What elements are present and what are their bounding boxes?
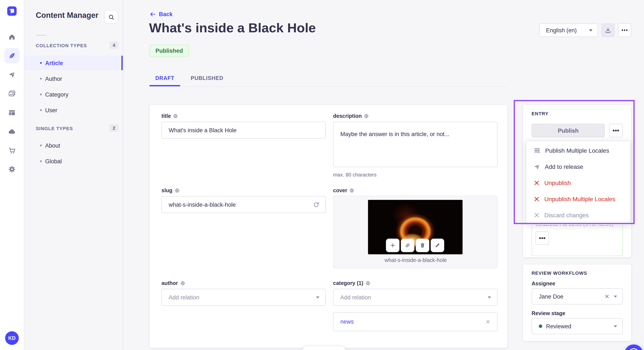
header-more-button[interactable] bbox=[618, 23, 631, 37]
globe-icon bbox=[174, 188, 180, 193]
single-types-count: 2 bbox=[110, 124, 118, 132]
cross-icon bbox=[534, 196, 540, 202]
sidebar-item-article[interactable]: Article bbox=[24, 56, 123, 70]
back-arrow-icon bbox=[150, 11, 156, 17]
category-relation-item[interactable]: news bbox=[333, 312, 498, 331]
avatar[interactable]: KD bbox=[5, 331, 19, 345]
sidebar-item-user[interactable]: User bbox=[24, 103, 123, 117]
sidebar-item-label: Article bbox=[45, 60, 63, 66]
slug-input[interactable]: what-s-inside-a-black-hole bbox=[162, 196, 326, 213]
regenerate-icon[interactable] bbox=[313, 201, 320, 208]
category-relation-select[interactable]: Add relation bbox=[333, 289, 498, 306]
review-stage-value: Reviewed bbox=[546, 323, 614, 329]
relation-link[interactable]: news bbox=[340, 319, 354, 325]
search-icon bbox=[108, 14, 114, 20]
assignee-label: Assignee bbox=[532, 281, 555, 287]
chevron-down-icon bbox=[316, 296, 320, 298]
plus-icon bbox=[390, 242, 396, 248]
schedule-more-button[interactable] bbox=[536, 231, 549, 245]
cover-media-field: what-s-inside-a-black-hole bbox=[333, 196, 498, 268]
tab-published[interactable]: PUBLISHED bbox=[188, 70, 226, 86]
description-textarea[interactable]: Maybe the answer is in this article, or … bbox=[333, 122, 498, 167]
floating-toolbar-pill[interactable] bbox=[302, 346, 346, 350]
locale-select-value: English (en) bbox=[546, 27, 577, 33]
content-manager-feather-icon[interactable] bbox=[8, 52, 16, 59]
icon-rail: KD bbox=[0, 0, 24, 350]
content-type-builder-icon[interactable] bbox=[8, 109, 16, 116]
review-panel-title: REVIEW WORKFLOWS bbox=[532, 270, 587, 276]
chevron-down-icon bbox=[589, 29, 592, 31]
sidebar-item-label: Author bbox=[45, 75, 62, 82]
ellipsis-icon bbox=[615, 130, 616, 131]
pencil-icon bbox=[434, 242, 440, 248]
search-button[interactable] bbox=[104, 10, 118, 24]
publish-button[interactable]: Publish bbox=[532, 124, 605, 137]
locale-select[interactable]: English (en) bbox=[539, 23, 598, 37]
cover-caption: what-s-inside-a-black-hole bbox=[334, 257, 498, 263]
sidebar-item-label: About bbox=[45, 142, 60, 149]
sidebar-item-global[interactable]: Global bbox=[24, 154, 123, 169]
page-title: What's inside a Black Hole bbox=[149, 20, 316, 36]
question-mark-icon: ? bbox=[628, 348, 639, 350]
active-indicator bbox=[122, 56, 123, 70]
tab-draft[interactable]: DRAFT bbox=[150, 70, 180, 86]
releases-paper-plane-icon[interactable] bbox=[8, 71, 16, 78]
sidebar-item-about[interactable]: About bbox=[24, 138, 123, 153]
sidebar-item-author[interactable]: Author bbox=[24, 71, 123, 86]
bullet-icon bbox=[40, 78, 42, 80]
review-workflows-panel: REVIEW WORKFLOWS Assignee Jane Doe Revie… bbox=[523, 265, 631, 341]
menu-item-unpublish-multiple-locales[interactable]: Unpublish Multiple Locales bbox=[526, 191, 630, 207]
globe-icon bbox=[364, 114, 369, 119]
entry-more-button[interactable] bbox=[609, 124, 623, 137]
title-input[interactable]: What's inside a Black Hole bbox=[162, 122, 326, 139]
menu-item-unpublish[interactable]: Unpublish bbox=[526, 175, 630, 191]
globe-icon bbox=[350, 188, 354, 193]
cross-icon bbox=[534, 180, 540, 186]
slug-input-value: what-s-inside-a-black-hole bbox=[169, 201, 236, 208]
sidebar-item-label: Global bbox=[45, 158, 62, 164]
paper-plane-icon bbox=[534, 164, 540, 170]
sidebar-item-label: User bbox=[45, 107, 57, 113]
sidebar-title: Content Manager bbox=[36, 11, 98, 20]
export-button[interactable] bbox=[602, 23, 614, 37]
menu-item-discard-changes[interactable]: Discard changes bbox=[526, 207, 630, 223]
copy-link-button[interactable] bbox=[401, 239, 414, 252]
assignee-value: Jane Doe bbox=[539, 293, 604, 300]
content-manager-sidebar: Content Manager COLLECTION TYPES 4 Artic… bbox=[24, 0, 123, 350]
publish-options-menu: Publish Multiple Locales Add to release … bbox=[526, 141, 630, 225]
category-field-label: category (1) bbox=[333, 280, 370, 286]
delete-media-button[interactable] bbox=[416, 239, 429, 252]
menu-item-publish-multiple-locales[interactable]: Publish Multiple Locales bbox=[526, 143, 630, 159]
review-stage-select[interactable]: Reviewed bbox=[532, 318, 623, 334]
version-tabs: DRAFT PUBLISHED bbox=[150, 70, 507, 87]
category-placeholder: Add relation bbox=[340, 294, 371, 301]
menu-item-add-to-release[interactable]: Add to release bbox=[526, 159, 630, 175]
edit-form-card: title What's inside a Black Hole descrip… bbox=[150, 105, 507, 348]
settings-gear-icon[interactable] bbox=[8, 166, 16, 173]
home-icon[interactable] bbox=[8, 33, 16, 41]
stage-status-dot bbox=[539, 325, 542, 328]
cloud-icon[interactable] bbox=[8, 128, 16, 135]
chevron-down-icon bbox=[614, 325, 617, 327]
description-field-label: description bbox=[333, 113, 369, 119]
author-relation-select[interactable]: Add relation bbox=[162, 289, 326, 306]
sidebar-divider bbox=[36, 35, 46, 36]
section-single-types: SINGLE TYPES bbox=[36, 126, 73, 131]
edit-media-button[interactable] bbox=[430, 239, 444, 252]
globe-icon bbox=[366, 281, 370, 286]
right-panel: ENTRY Publish 09/11/2024 at 16:00 (UTC+0… bbox=[523, 105, 631, 350]
author-placeholder: Add relation bbox=[169, 294, 199, 301]
chevron-down-icon bbox=[488, 296, 491, 298]
ellipsis-icon bbox=[542, 237, 543, 239]
add-media-button[interactable] bbox=[386, 239, 400, 252]
back-link[interactable]: Back bbox=[150, 11, 173, 17]
clear-assignee-icon[interactable] bbox=[604, 294, 610, 299]
media-library-icon[interactable] bbox=[8, 90, 16, 97]
description-helper: max. 80 characters bbox=[333, 172, 376, 178]
strapi-logo[interactable] bbox=[7, 6, 16, 17]
review-stage-label: Review stage bbox=[532, 311, 565, 316]
assignee-select[interactable]: Jane Doe bbox=[532, 288, 623, 305]
remove-relation-icon[interactable] bbox=[486, 319, 490, 324]
sidebar-item-category[interactable]: Category bbox=[24, 87, 123, 102]
marketplace-cart-icon[interactable] bbox=[8, 147, 16, 154]
